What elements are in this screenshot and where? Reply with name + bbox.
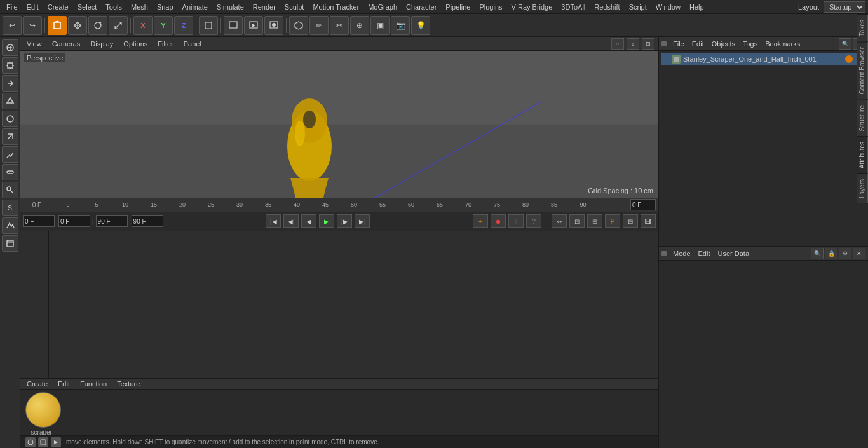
- mat-function-menu[interactable]: Function: [78, 379, 109, 389]
- vp-icon-1[interactable]: ↔: [611, 38, 624, 50]
- menu-sculpt[interactable]: Sculpt: [281, 2, 308, 12]
- render-timeline-button[interactable]: 🎞: [641, 214, 656, 228]
- attr-lock-icon[interactable]: 🔒: [825, 248, 837, 259]
- left-tool-8[interactable]: [2, 164, 18, 180]
- tab-takes[interactable]: Takes: [857, 14, 868, 41]
- step-back-button[interactable]: ◀|: [283, 214, 299, 228]
- preview-button[interactable]: P: [605, 214, 620, 228]
- scale-keys-button[interactable]: ⊡: [569, 214, 585, 228]
- menu-mograph[interactable]: MoGraph: [364, 2, 401, 12]
- status-icon-1[interactable]: [25, 437, 36, 447]
- redo-button[interactable]: ↪: [23, 16, 42, 35]
- left-tool-7[interactable]: [2, 146, 18, 163]
- left-tool-4[interactable]: [2, 93, 18, 109]
- left-tool-5[interactable]: [2, 111, 18, 127]
- menu-edit[interactable]: Edit: [23, 2, 43, 12]
- tab-layers[interactable]: Layers: [857, 173, 868, 203]
- menu-motion-tracker[interactable]: Motion Tracker: [309, 2, 363, 12]
- obj-objects-menu[interactable]: Objects: [709, 39, 738, 49]
- z-axis-button[interactable]: Z: [174, 16, 193, 35]
- camera-button[interactable]: 📷: [391, 16, 410, 35]
- menu-window[interactable]: Window: [652, 2, 684, 12]
- motion-clip-button[interactable]: ⊞: [587, 214, 602, 228]
- attr-mode-menu[interactable]: Mode: [670, 248, 693, 259]
- mat-texture-menu[interactable]: Texture: [114, 379, 142, 389]
- vp-icon-2[interactable]: ↕: [627, 38, 639, 50]
- tab-structure[interactable]: Structure: [857, 100, 868, 137]
- step-forward-button[interactable]: |▶: [337, 214, 352, 228]
- status-icon-2[interactable]: [38, 437, 48, 447]
- go-to-end-button[interactable]: ▶|: [355, 214, 370, 228]
- render-to-po-button[interactable]: [264, 16, 283, 35]
- pen-tool-button[interactable]: ✏: [309, 16, 329, 35]
- x-axis-button[interactable]: X: [133, 16, 153, 35]
- tab-content-browser[interactable]: Content Browser: [857, 41, 868, 99]
- menu-script[interactable]: Script: [625, 2, 651, 12]
- start-frame-input[interactable]: [58, 215, 90, 227]
- autokey-button[interactable]: ⏸: [508, 214, 524, 228]
- obj-file-menu[interactable]: File: [670, 39, 687, 49]
- menu-pipeline[interactable]: Pipeline: [442, 2, 474, 12]
- menu-tools[interactable]: Tools: [102, 2, 126, 12]
- play-button[interactable]: ▶: [319, 214, 334, 228]
- menu-create[interactable]: Create: [44, 2, 72, 12]
- vp-cameras-menu[interactable]: Cameras: [50, 39, 83, 49]
- vp-panel-menu[interactable]: Panel: [181, 39, 204, 49]
- menu-redshift[interactable]: Redshift: [590, 2, 623, 12]
- 3d-viewport[interactable]: X Y Z: [20, 51, 658, 198]
- left-tool-1[interactable]: [2, 39, 18, 56]
- menu-character[interactable]: Character: [402, 2, 440, 12]
- vp-options-menu[interactable]: Options: [121, 39, 150, 49]
- attr-userdata-menu[interactable]: User Data: [715, 248, 752, 259]
- vp-icon-3[interactable]: ⊞: [642, 38, 654, 50]
- play-reverse-button[interactable]: ◀: [301, 214, 316, 228]
- menu-file[interactable]: File: [3, 2, 22, 12]
- menu-plugins[interactable]: Plugins: [475, 2, 506, 12]
- end-frame-input[interactable]: [96, 215, 128, 227]
- mat-create-menu[interactable]: Create: [24, 379, 50, 389]
- model-mode-button[interactable]: [48, 16, 67, 35]
- rotate-button[interactable]: [88, 16, 107, 35]
- menu-select[interactable]: Select: [74, 2, 101, 12]
- record-button[interactable]: ⏺: [491, 214, 506, 228]
- object-vis-button[interactable]: [845, 55, 853, 63]
- mat-edit-menu[interactable]: Edit: [55, 379, 72, 389]
- left-tool-9[interactable]: [2, 182, 18, 198]
- material-preview-ball[interactable]: [25, 392, 61, 428]
- left-tool-12[interactable]: [2, 235, 18, 252]
- menu-simulate[interactable]: Simulate: [213, 2, 248, 12]
- status-icon-3[interactable]: [51, 437, 61, 447]
- menu-help[interactable]: Help: [686, 2, 708, 12]
- render-view-button[interactable]: [244, 16, 263, 35]
- layout-dropdown[interactable]: Startup: [824, 1, 865, 13]
- move-keys-button[interactable]: ⇔: [552, 214, 567, 228]
- vp-view-menu[interactable]: View: [24, 39, 44, 49]
- menu-mesh[interactable]: Mesh: [127, 2, 152, 12]
- left-tool-2[interactable]: [2, 57, 18, 74]
- obj-search-icon[interactable]: 🔍: [839, 38, 851, 50]
- left-tool-10[interactable]: S: [2, 200, 18, 216]
- go-to-start-button[interactable]: |◀: [266, 214, 281, 228]
- menu-animate[interactable]: Animate: [179, 2, 212, 12]
- object-row-scraper[interactable]: Stanley_Scraper_One_and_Half_Inch_001: [661, 53, 865, 65]
- obj-bookmarks-menu[interactable]: Bookmarks: [763, 39, 803, 49]
- keyframe-add-button[interactable]: +: [473, 214, 488, 228]
- render-region-button[interactable]: [224, 16, 243, 35]
- question-button[interactable]: ?: [526, 214, 541, 228]
- menu-vray[interactable]: V-Ray Bridge: [508, 2, 557, 12]
- material-item[interactable]: scraper_: [25, 392, 61, 436]
- left-tool-11[interactable]: [2, 217, 18, 234]
- attr-edit-menu[interactable]: Edit: [696, 248, 713, 259]
- vp-display-menu[interactable]: Display: [88, 39, 116, 49]
- undo-button[interactable]: ↩: [3, 16, 22, 35]
- obj-edit-menu[interactable]: Edit: [689, 39, 707, 49]
- move-button[interactable]: [68, 16, 87, 35]
- left-tool-3[interactable]: [2, 75, 18, 92]
- scale-button[interactable]: [109, 16, 128, 35]
- layout-key-button[interactable]: ⊟: [623, 214, 638, 228]
- vp-filter-menu[interactable]: Filter: [155, 39, 175, 49]
- menu-render[interactable]: Render: [249, 2, 280, 12]
- attr-search-icon[interactable]: 🔍: [811, 248, 824, 259]
- object-mode-button[interactable]: [199, 16, 218, 35]
- left-tool-6[interactable]: [2, 128, 18, 145]
